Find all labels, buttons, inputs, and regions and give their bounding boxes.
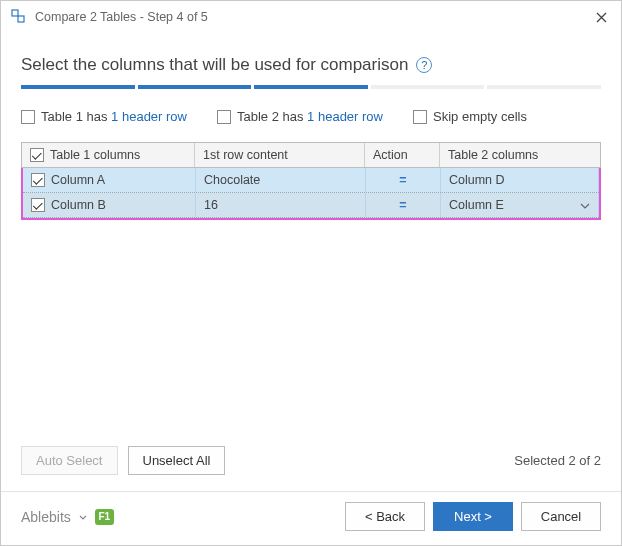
f1-help-icon[interactable]: F1 — [95, 509, 114, 525]
svg-rect-0 — [12, 10, 18, 16]
header-col-content[interactable]: 1st row content — [195, 143, 365, 167]
table-header: Table 1 columns 1st row content Action T… — [21, 142, 601, 168]
cell-text: Column E — [449, 198, 504, 212]
checkbox-table1-header[interactable]: Table 1 has 1 header row — [21, 109, 187, 124]
header-row-link-2[interactable]: 1 header row — [307, 109, 383, 124]
chevron-down-icon — [580, 198, 590, 212]
close-button[interactable] — [591, 7, 611, 27]
titlebar-left: Compare 2 Tables - Step 4 of 5 — [11, 9, 208, 25]
cell-text: Chocolate — [204, 173, 260, 187]
row-checkbox[interactable] — [31, 173, 45, 187]
header-row-link-1[interactable]: 1 header row — [111, 109, 187, 124]
footer-buttons: < Back Next > Cancel — [345, 502, 601, 531]
row-checkbox[interactable] — [31, 198, 45, 212]
progress-seg-5 — [487, 85, 601, 89]
unselect-all-button[interactable]: Unselect All — [128, 446, 226, 475]
cell-text: = — [399, 173, 406, 187]
middle-actions: Auto Select Unselect All Selected 2 of 2 — [21, 440, 601, 491]
cell-content: Chocolate — [196, 168, 366, 192]
progress-seg-3 — [254, 85, 371, 89]
table-row[interactable]: Column B 16 = Column E — [23, 193, 599, 218]
app-icon — [11, 9, 27, 25]
progress-seg-2 — [138, 85, 255, 89]
cell-text: Column B — [51, 198, 106, 212]
checkbox-table2-header[interactable]: Table 2 has 1 header row — [217, 109, 383, 124]
svg-rect-1 — [18, 16, 24, 22]
progress-bar — [21, 85, 601, 89]
titlebar-title: Compare 2 Tables - Step 4 of 5 — [35, 10, 208, 24]
dialog-window: Compare 2 Tables - Step 4 of 5 Select th… — [0, 0, 622, 546]
spacer — [21, 220, 601, 440]
header-label: Table 2 columns — [448, 148, 538, 162]
middle-buttons: Auto Select Unselect All — [21, 446, 225, 475]
header-label: 1st row content — [203, 148, 288, 162]
cell-content: 16 — [196, 193, 366, 217]
checkbox-skip-empty[interactable]: Skip empty cells — [413, 109, 527, 124]
checkbox-label: Table 1 has 1 header row — [41, 109, 187, 124]
cell-text: 16 — [204, 198, 218, 212]
header-label: Action — [373, 148, 408, 162]
brand-label: Ablebits — [21, 509, 71, 525]
cell-table1col: Column B — [23, 193, 196, 217]
auto-select-button[interactable]: Auto Select — [21, 446, 118, 475]
header-col-action[interactable]: Action — [365, 143, 440, 167]
label-prefix: Table 2 has — [237, 109, 307, 124]
label-prefix: Table 1 has — [41, 109, 111, 124]
heading-text: Select the columns that will be used for… — [21, 55, 408, 75]
titlebar: Compare 2 Tables - Step 4 of 5 — [1, 1, 621, 33]
chevron-down-icon — [79, 511, 87, 522]
content-area: Select the columns that will be used for… — [1, 33, 621, 491]
checkbox-label: Table 2 has 1 header row — [237, 109, 383, 124]
footer: Ablebits F1 < Back Next > Cancel — [1, 491, 621, 545]
table-body: Column A Chocolate = Column D Column B — [21, 168, 601, 220]
checkbox-box — [413, 110, 427, 124]
cell-text: Column A — [51, 173, 105, 187]
cell-action[interactable]: = — [366, 168, 441, 192]
selection-count: Selected 2 of 2 — [514, 453, 601, 468]
checkbox-box — [21, 110, 35, 124]
progress-seg-4 — [371, 85, 488, 89]
next-button[interactable]: Next > — [433, 502, 513, 531]
cell-table2col[interactable]: Column E — [441, 193, 599, 217]
cell-text: Column D — [449, 173, 505, 187]
checkbox-label: Skip empty cells — [433, 109, 527, 124]
progress-seg-1 — [21, 85, 138, 89]
heading: Select the columns that will be used for… — [21, 55, 601, 75]
options-row: Table 1 has 1 header row Table 2 has 1 h… — [21, 109, 601, 124]
cell-text: = — [399, 198, 406, 212]
header-label: Table 1 columns — [50, 148, 140, 162]
header-col-table1[interactable]: Table 1 columns — [22, 143, 195, 167]
table-row[interactable]: Column A Chocolate = Column D — [23, 168, 599, 193]
brand-area[interactable]: Ablebits F1 — [21, 509, 114, 525]
help-icon[interactable]: ? — [416, 57, 432, 73]
header-checkbox[interactable] — [30, 148, 44, 162]
cell-table2col[interactable]: Column D — [441, 168, 599, 192]
back-button[interactable]: < Back — [345, 502, 425, 531]
checkbox-box — [217, 110, 231, 124]
header-col-table2[interactable]: Table 2 columns — [440, 143, 600, 167]
cell-table1col: Column A — [23, 168, 196, 192]
cell-action[interactable]: = — [366, 193, 441, 217]
cancel-button[interactable]: Cancel — [521, 502, 601, 531]
